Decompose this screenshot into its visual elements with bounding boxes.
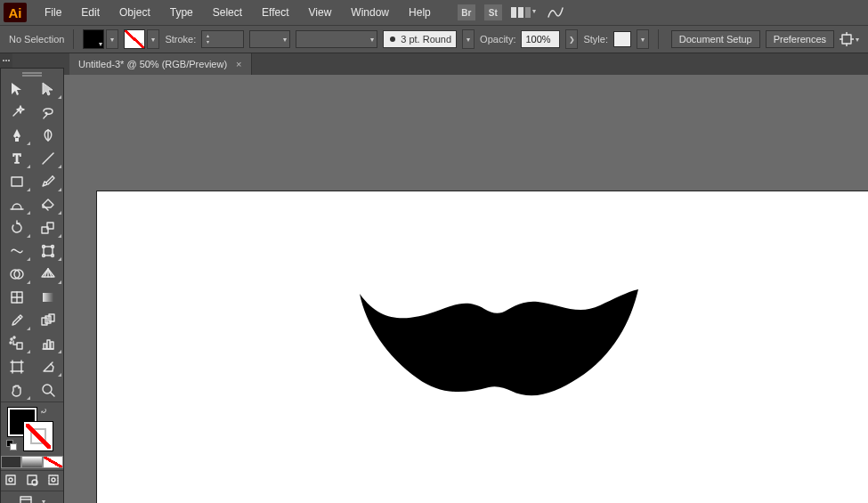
draw-inside-button[interactable]	[47, 474, 60, 489]
svg-rect-7	[15, 138, 19, 142]
draw-normal-button[interactable]	[4, 474, 17, 489]
shaper-tool[interactable]	[1, 193, 32, 216]
shape-builder-tool[interactable]	[1, 263, 32, 286]
stroke-swatch-dropdown[interactable]: ▾	[147, 29, 159, 49]
document-tab-bar: Untitled-3* @ 50% (RGB/Preview) ×	[0, 53, 868, 75]
panel-collapse-grip[interactable]	[0, 53, 12, 68]
variable-width-profile-dropdown[interactable]: ▾	[249, 30, 290, 48]
slice-tool[interactable]	[32, 355, 63, 378]
opacity-input[interactable]: 100%	[521, 30, 560, 48]
artboard[interactable]	[96, 191, 868, 503]
draw-behind-button[interactable]	[26, 474, 38, 489]
svg-rect-40	[44, 344, 46, 349]
mesh-tool[interactable]	[1, 286, 32, 309]
fill-swatch[interactable]: ▾	[83, 29, 104, 49]
default-fill-stroke-icon[interactable]	[6, 440, 17, 450]
menu-help[interactable]: Help	[400, 3, 440, 22]
lasso-tool[interactable]	[32, 101, 63, 124]
artwork-shape[interactable]	[355, 289, 640, 405]
svg-rect-43	[12, 362, 21, 371]
close-icon[interactable]: ×	[236, 59, 241, 69]
document-tab[interactable]: Untitled-3* @ 50% (RGB/Preview) ×	[69, 53, 252, 75]
stock-button[interactable]: St	[484, 4, 502, 20]
menu-bar: Ai File Edit Object Type Select Effect V…	[0, 0, 868, 25]
zoom-tool[interactable]	[32, 378, 63, 402]
svg-rect-41	[47, 340, 50, 349]
workspace	[0, 75, 868, 503]
fill-swatch-dropdown[interactable]: ▾	[106, 29, 118, 49]
artboard-tool[interactable]	[1, 355, 32, 378]
menu-file[interactable]: File	[36, 3, 70, 22]
magic-wand-tool[interactable]	[1, 101, 32, 124]
perspective-grid-tool[interactable]	[32, 263, 63, 286]
menu-window[interactable]: Window	[342, 3, 398, 22]
menu-edit[interactable]: Edit	[72, 3, 109, 22]
svg-point-56	[9, 478, 12, 482]
stroke-weight-input[interactable]: ▴▾	[201, 30, 244, 48]
gradient-tool[interactable]	[32, 286, 63, 309]
color-mode-none[interactable]	[43, 454, 63, 470]
color-mode-gradient[interactable]	[21, 454, 42, 470]
menu-type[interactable]: Type	[161, 3, 202, 22]
pen-tool[interactable]	[1, 124, 32, 147]
swap-fill-stroke-icon[interactable]: ⤾	[40, 406, 47, 416]
direct-selection-tool[interactable]	[32, 77, 63, 101]
stepper-icon[interactable]: ▴▾	[202, 33, 213, 45]
svg-text:T: T	[12, 152, 20, 166]
screen-mode-button[interactable]: ▾	[1, 491, 63, 503]
align-to-button[interactable]: ▾	[840, 32, 859, 46]
chevron-down-icon: ▾	[42, 498, 45, 504]
svg-point-0	[390, 37, 395, 42]
selection-tool[interactable]	[1, 77, 32, 101]
symbol-sprayer-tool[interactable]	[1, 332, 32, 355]
svg-rect-35	[17, 343, 22, 349]
rectangle-tool[interactable]	[1, 170, 32, 193]
free-transform-tool[interactable]	[32, 239, 63, 263]
stroke-color-well[interactable]	[24, 422, 53, 450]
svg-point-53	[43, 385, 52, 393]
color-mode-solid[interactable]	[1, 454, 21, 470]
menu-effect[interactable]: Effect	[253, 3, 297, 22]
selection-status: No Selection	[9, 34, 64, 45]
scale-tool[interactable]	[32, 216, 63, 239]
menu-object[interactable]: Object	[110, 3, 159, 22]
panel-grip[interactable]	[1, 69, 63, 77]
svg-rect-59	[49, 475, 58, 484]
stroke-swatch[interactable]: ▾	[124, 29, 145, 49]
opacity-label: Opacity:	[480, 34, 515, 45]
svg-line-31	[19, 317, 20, 319]
menu-view[interactable]: View	[300, 3, 341, 22]
paintbrush-tool[interactable]	[32, 170, 63, 193]
opacity-dropdown[interactable]: ❯	[565, 29, 578, 49]
preferences-button[interactable]: Preferences	[766, 30, 834, 48]
bridge-button[interactable]: Br	[458, 4, 475, 20]
eyedropper-tool[interactable]	[1, 309, 32, 332]
svg-point-37	[13, 337, 15, 338]
brush-definition-caret[interactable]: ▾	[462, 29, 475, 49]
arrange-documents-button[interactable]: ▾	[511, 7, 538, 18]
svg-rect-1	[842, 35, 851, 44]
chevron-down-icon: ▾	[140, 40, 143, 48]
brush-definition-dropdown-blank[interactable]: ▾	[296, 30, 377, 48]
document-setup-button[interactable]: Document Setup	[671, 30, 760, 48]
brush-definition-dropdown[interactable]: 3 pt. Round	[383, 30, 457, 48]
eraser-tool[interactable]	[32, 193, 63, 216]
svg-rect-30	[43, 293, 53, 302]
control-bar: No Selection ▾ ▾ ▾ ▾ Stroke: ▴▾ ▾ ▾ 3 pt…	[0, 25, 868, 53]
menu-select[interactable]: Select	[204, 3, 251, 22]
type-tool[interactable]: T	[1, 147, 32, 170]
graphic-style-dropdown[interactable]: ▾	[637, 29, 649, 49]
rotate-tool[interactable]	[1, 216, 32, 239]
brush-definition-label: 3 pt. Round	[401, 34, 451, 45]
stroke-label: Stroke:	[165, 34, 196, 45]
graphic-style-swatch[interactable]	[613, 31, 631, 47]
curvature-tool[interactable]	[32, 124, 63, 147]
line-segment-tool[interactable]	[32, 147, 63, 170]
hand-tool[interactable]	[1, 378, 32, 402]
gpu-preview-button[interactable]	[547, 4, 564, 21]
color-well[interactable]: ⤾	[1, 402, 63, 454]
column-graph-tool[interactable]	[32, 332, 63, 355]
blend-tool[interactable]	[32, 309, 63, 332]
svg-point-60	[52, 478, 55, 482]
width-tool[interactable]	[1, 239, 32, 263]
